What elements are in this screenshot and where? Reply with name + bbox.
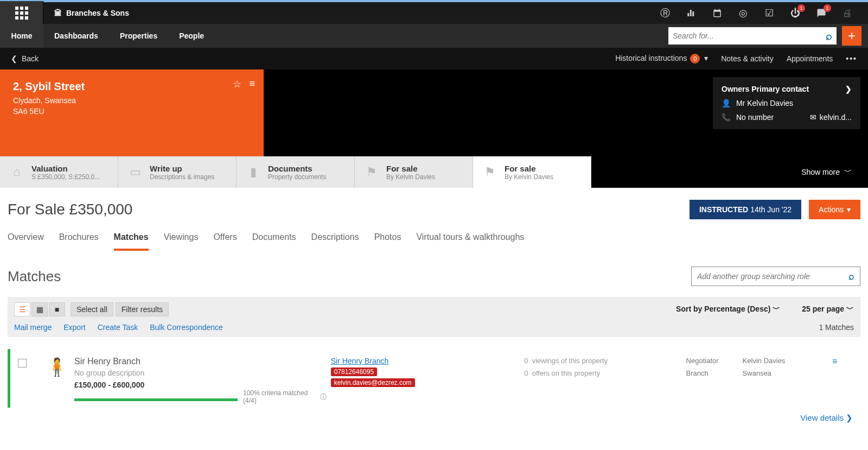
bulk-correspondence-link[interactable]: Bulk Correspondence bbox=[150, 323, 223, 332]
tab-documents[interactable]: Documents bbox=[252, 229, 296, 251]
property-locality: Clydach, Swansea bbox=[13, 96, 251, 105]
info-icon[interactable]: ⓘ bbox=[320, 392, 327, 402]
tab-viewings[interactable]: Viewings bbox=[164, 229, 199, 251]
branch-label: Branch bbox=[686, 369, 735, 377]
nav-row: Home Dashboards Properties People ⌕ + bbox=[0, 24, 868, 48]
app-grid-button[interactable] bbox=[0, 1, 43, 25]
match-contact-link[interactable]: Sir Henry Branch bbox=[331, 357, 389, 365]
filter-results-button[interactable]: Filter results bbox=[116, 302, 169, 316]
tab-overview[interactable]: Overview bbox=[8, 229, 44, 251]
select-all-button[interactable]: Select all bbox=[71, 302, 113, 316]
book-icon: ▭ bbox=[128, 165, 142, 179]
perpage-dropdown[interactable]: 25 per page ﹀ bbox=[802, 305, 854, 314]
nav-home[interactable]: Home bbox=[0, 24, 43, 48]
messages-icon[interactable]: 1 bbox=[816, 8, 827, 18]
export-link[interactable]: Export bbox=[63, 323, 85, 332]
hero: ☆ ≡ 2, Sybil Street Clydach, Swansea SA6… bbox=[0, 69, 868, 156]
search-input[interactable] bbox=[673, 31, 826, 40]
global-search[interactable]: ⌕ bbox=[668, 27, 837, 45]
caret-down-icon: ▾ bbox=[847, 205, 851, 214]
top-icons: Ⓡ ◎ ☑ ⏻1 1 🖨 bbox=[660, 8, 868, 18]
tasks-icon[interactable]: ☑ bbox=[764, 8, 775, 18]
brand-bar: 🏛 Branches & Sons Ⓡ ◎ ☑ ⏻1 1 🖨 bbox=[0, 0, 868, 24]
target-icon[interactable]: ◎ bbox=[738, 8, 749, 18]
actions-button[interactable]: Actions▾ bbox=[809, 200, 860, 219]
document-icon: ▮ bbox=[246, 165, 260, 179]
chevron-left-icon: ❮ bbox=[11, 54, 17, 63]
mail-merge-link[interactable]: Mail merge bbox=[14, 323, 52, 332]
match-price: £150,000 - £600,000 bbox=[74, 381, 327, 389]
back-button[interactable]: ❮Back bbox=[11, 54, 39, 63]
phone-icon: 📞 bbox=[722, 113, 731, 122]
more-menu[interactable]: ••• bbox=[846, 54, 857, 63]
match-desc: No group description bbox=[74, 369, 327, 377]
view-details-link[interactable]: View details❯ bbox=[0, 413, 868, 433]
section-tab-forsale-2[interactable]: ⚑For saleBy Kelvin Davies bbox=[473, 156, 591, 188]
nav-dashboards[interactable]: Dashboards bbox=[43, 24, 109, 48]
negotiator-label: Negotiator bbox=[686, 357, 735, 365]
section-tab-writeup[interactable]: ▭Write upDescriptions & images bbox=[118, 156, 237, 188]
home-icon: ⌂ bbox=[10, 165, 24, 179]
nav-people[interactable]: People bbox=[168, 24, 215, 48]
select-checkbox[interactable] bbox=[18, 359, 27, 367]
status-button[interactable]: INSTRUCTED14th Jun '22 bbox=[690, 200, 801, 219]
notes-activity[interactable]: Notes & activity bbox=[721, 54, 773, 63]
tab-offers[interactable]: Offers bbox=[213, 229, 237, 251]
print-icon[interactable]: 🖨 bbox=[842, 8, 853, 18]
forsale-icon: ⚑ bbox=[483, 165, 497, 179]
analytics-icon[interactable] bbox=[686, 8, 697, 18]
tab-photos[interactable]: Photos bbox=[374, 229, 401, 251]
sort-dropdown[interactable]: Sort by Percentage (Desc) ﹀ bbox=[676, 305, 780, 314]
show-more-button[interactable]: Show more﹀ bbox=[801, 156, 868, 188]
match-name: Sir Henry Branch bbox=[74, 357, 327, 366]
search-icon[interactable]: ⌕ bbox=[826, 30, 832, 42]
owner-phone: No number bbox=[736, 113, 774, 122]
create-task-link[interactable]: Create Task bbox=[98, 323, 138, 332]
match-phone[interactable]: 07812646095 bbox=[331, 367, 377, 376]
section-tab-forsale-1[interactable]: ⚑For saleBy Kelvin Davies bbox=[355, 156, 473, 188]
brand-name: 🏛 Branches & Sons bbox=[54, 9, 129, 17]
alert-icon[interactable]: ⏻1 bbox=[790, 8, 801, 18]
calendar-icon[interactable] bbox=[712, 8, 723, 18]
card-icon: ■ bbox=[55, 305, 59, 314]
nav-properties[interactable]: Properties bbox=[109, 24, 168, 48]
star-icon[interactable]: ☆ bbox=[233, 78, 241, 90]
owner-contact-card[interactable]: Owners Primary contact❯ 👤Mr Kelvin Davie… bbox=[713, 77, 860, 129]
group-search[interactable]: ⌕ bbox=[691, 267, 860, 286]
tab-matches[interactable]: Matches bbox=[114, 229, 149, 251]
page-title: For Sale £350,000 bbox=[8, 201, 132, 218]
chevron-right-icon: ❯ bbox=[845, 85, 852, 93]
search-icon[interactable]: ⌕ bbox=[848, 271, 854, 282]
menu-icon[interactable]: ≡ bbox=[249, 78, 255, 90]
group-search-input[interactable] bbox=[697, 272, 848, 281]
tab-descriptions[interactable]: Descriptions bbox=[311, 229, 359, 251]
tab-virtualtours[interactable]: Virtual tours & walkthroughs bbox=[416, 229, 524, 251]
reports-icon[interactable]: Ⓡ bbox=[660, 8, 671, 18]
matches-header: Matches ⌕ bbox=[0, 251, 868, 291]
chevron-down-icon: ﹀ bbox=[846, 305, 854, 313]
sub-bar: ❮Back Historical instructions0 ▾ Notes &… bbox=[0, 48, 868, 69]
section-tab-valuation[interactable]: ⌂ValuationS:£350,000, S:£250,0... bbox=[0, 156, 118, 188]
match-progress-text: 100% criteria matched (4/4) bbox=[243, 389, 318, 404]
section-tab-documents[interactable]: ▮DocumentsProperty documents bbox=[237, 156, 355, 188]
view-list-button[interactable]: ☰ bbox=[14, 302, 30, 316]
matches-toolbar: ☰ ▦ ■ Select all Filter results Sort by … bbox=[8, 297, 860, 337]
person-icon: 👤 bbox=[722, 99, 731, 107]
person-icon: 🧍 bbox=[44, 357, 70, 377]
tab-brochures[interactable]: Brochures bbox=[59, 229, 99, 251]
section-tabs: ⌂ValuationS:£350,000, S:£250,0... ▭Write… bbox=[0, 156, 868, 188]
owner-name: Mr Kelvin Davies bbox=[736, 99, 793, 107]
forsale-icon: ⚑ bbox=[365, 165, 379, 179]
appointments[interactable]: Appointments bbox=[787, 54, 833, 63]
list-icon: ☰ bbox=[19, 305, 26, 314]
row-menu-icon[interactable]: ≡ bbox=[832, 357, 854, 366]
add-button[interactable]: + bbox=[842, 26, 861, 46]
grid-icon: ▦ bbox=[36, 305, 43, 314]
view-grid-button[interactable]: ▦ bbox=[31, 302, 48, 316]
match-progress-bar bbox=[74, 398, 238, 401]
matches-count: 1 Matches bbox=[819, 323, 854, 332]
view-card-button[interactable]: ■ bbox=[49, 302, 65, 316]
branch-value: Swansea bbox=[743, 369, 828, 377]
match-email[interactable]: kelvin.davies@dezrez.com bbox=[331, 378, 415, 387]
historical-instructions[interactable]: Historical instructions0 ▾ bbox=[615, 54, 708, 64]
